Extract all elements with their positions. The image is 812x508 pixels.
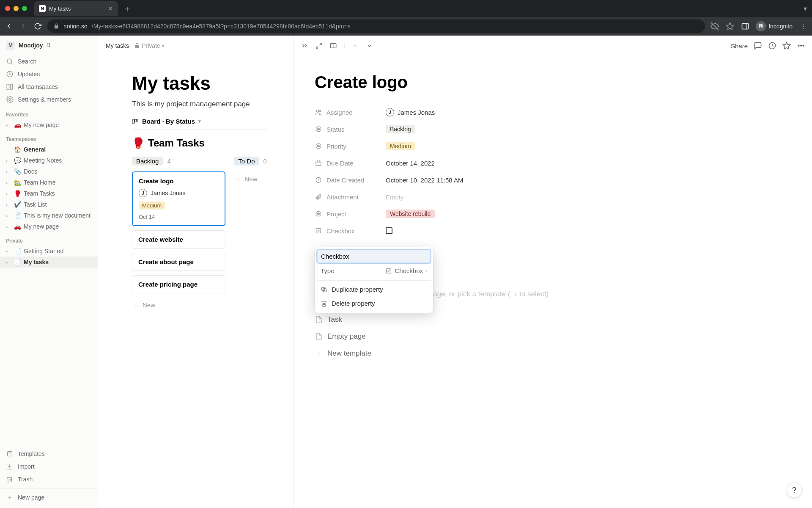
sidebar-item-import[interactable]: Import [0,460,98,473]
sidebar-page[interactable]: ▸🏡Team Home [0,177,98,188]
caret-icon[interactable]: ▸ [6,169,11,174]
caret-icon[interactable]: ▸ [6,180,11,185]
board-card[interactable]: Create about page [132,253,225,271]
sidebar-page[interactable]: ▸🥊Team Tasks [0,188,98,199]
property-row-priority[interactable]: Priority Medium [315,138,761,155]
reload-button[interactable] [33,22,42,31]
property-row-checkbox[interactable]: Checkbox [315,222,761,239]
caret-icon[interactable]: ▸ [6,191,11,196]
expand-button[interactable] [315,41,323,50]
sidebar-new-page-button[interactable]: ＋New page [0,491,98,504]
column-header[interactable]: To Do 0 [234,157,268,166]
incognito-indicator[interactable]: Incognito [756,21,793,31]
detail-title[interactable]: Create logo [315,73,761,92]
sidebar-item-settings[interactable]: Settings & members [0,93,98,106]
property-row-attachment[interactable]: Attachment Empty [315,188,761,205]
close-panel-button[interactable] [300,41,309,50]
sidebar-page-current[interactable]: ▸📄My tasks [0,257,98,268]
svg-point-5 [761,26,763,28]
caret-icon[interactable]: ▸ [6,260,11,265]
forward-button[interactable] [19,22,28,31]
property-type-row[interactable]: Type Checkbox › [317,263,431,279]
caret-icon[interactable]: ▸ [6,202,11,207]
column-add-button[interactable]: ＋New [234,171,268,186]
property-row-due-date[interactable]: Due Date October 14, 2022 [315,155,761,171]
caret-icon[interactable]: ▸ [6,213,11,218]
property-row-assignee[interactable]: Assignee JJames Jonas [315,104,761,121]
sidebar-item-updates[interactable]: Updates [0,68,98,80]
breadcrumb-page[interactable]: My tasks [106,42,129,49]
sidebar-page[interactable]: ▸💬Meeting Notes [0,155,98,166]
more-button[interactable]: ••• [797,41,805,50]
database-title[interactable]: 🥊 Team Tasks [132,137,268,149]
breadcrumb-visibility[interactable]: Private ▾ [134,42,165,49]
board-card[interactable]: Create website [132,230,225,248]
bookmark-star-icon[interactable] [725,22,735,31]
property-row-date-created[interactable]: Date Created October 10, 2022 11:58 AM [315,171,761,188]
sidebar-page[interactable]: ▸🚗My new page [0,221,98,232]
sidebar-item-teamspaces[interactable]: All teamspaces [0,80,98,93]
body-placeholder[interactable]: age, or pick a template (↑↓ to select) [433,290,761,298]
page-subtitle[interactable]: This is my project management page [132,100,268,108]
property-name-input[interactable] [317,250,431,263]
peek-mode-button[interactable] [329,41,337,50]
sidebar-item-label: Settings & members [18,96,71,103]
tab-close-button[interactable]: ✕ [108,5,113,12]
search-icon [6,58,14,65]
board-card[interactable]: Create pricing page [132,275,225,293]
view-selector[interactable]: Board · By Status ▾ [132,118,268,129]
browser-tab[interactable]: N My tasks ✕ [34,1,118,16]
template-item-empty[interactable]: Empty page [315,328,761,345]
view-label: Board · By Status [142,118,195,125]
duplicate-property-button[interactable]: Duplicate property [317,282,431,296]
template-item-task[interactable]: Task [315,311,761,328]
property-row-project[interactable]: Project Website rebuild [315,205,761,222]
caret-icon[interactable]: ▸ [6,158,11,163]
page-title[interactable]: My tasks [132,73,268,94]
caret-icon[interactable]: ▸ [6,123,11,127]
sidebar-page[interactable]: ▸📎Docs [0,166,98,177]
eye-off-icon[interactable] [710,22,719,31]
sidebar-item-search[interactable]: Search [0,55,98,68]
caret-icon[interactable]: ▸ [6,249,11,254]
tabs-dropdown-icon[interactable]: ▾ [804,5,807,13]
favorite-button[interactable] [782,41,791,50]
sidebar-item-trash[interactable]: Trash [0,473,98,486]
new-tab-button[interactable]: ＋ [123,3,132,14]
sidebar-teamspace-general[interactable]: ▸ 🏠 General [0,144,98,155]
template-label: Task [327,315,342,324]
column-add-button[interactable]: ＋New [132,298,225,312]
visibility-label: Private [142,42,160,49]
sidebar-page[interactable]: ▸📄Getting Started [0,246,98,257]
card-title: Create about page [138,258,219,265]
sidebar-item-templates[interactable]: Templates [0,447,98,460]
browser-menu-button[interactable]: ⋮ [798,22,808,31]
add-label: New [143,301,155,309]
panel-icon[interactable] [741,22,750,31]
delete-property-button[interactable]: Delete property [317,296,431,310]
page-emoji: 📄 [14,212,21,219]
share-button[interactable]: Share [731,42,748,50]
sidebar-page[interactable]: ▸📄This is my new document [0,210,98,221]
back-button[interactable] [4,22,14,31]
window-minimize-button[interactable] [14,6,19,11]
window-maximize-button[interactable] [22,6,27,11]
comments-button[interactable] [754,41,762,50]
address-bar[interactable]: notion.so/My-tasks-e6f34988812d420c875c9… [47,19,705,33]
help-button[interactable]: ? [787,483,802,498]
updates-button[interactable] [768,41,776,50]
window-controls [5,6,27,11]
sidebar-page[interactable]: ▸✔️Task List [0,199,98,210]
caret-icon[interactable]: ▸ [6,224,11,229]
next-item-button[interactable] [365,41,374,50]
sidebar-page-favorite[interactable]: ▸ 🚗 My new page [0,119,98,130]
workspace-switcher[interactable]: M Moodjoy ⇅ [0,36,98,55]
template-item-new[interactable]: ＋New template [315,345,761,362]
column-header[interactable]: Backlog 4 [132,157,225,166]
prev-item-button[interactable] [351,41,359,50]
window-close-button[interactable] [5,6,10,11]
property-row-status[interactable]: Status Backlog [315,121,761,138]
duplicate-label: Duplicate property [332,286,383,293]
checkbox-input[interactable] [386,227,392,234]
board-card-selected[interactable]: Create logo J James Jonas Medium Oct 14 [132,171,225,226]
